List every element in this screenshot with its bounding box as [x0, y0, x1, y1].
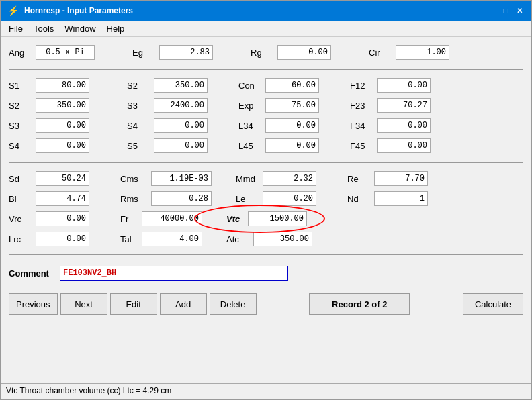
vtc-label: Vtc: [226, 214, 248, 224]
l34-label: L34: [238, 121, 260, 131]
next-button[interactable]: Next: [60, 293, 107, 315]
s3-label: S3: [9, 121, 30, 131]
s4-input[interactable]: [36, 138, 89, 153]
cms-input[interactable]: [151, 171, 212, 186]
vrc-label: Vrc: [9, 214, 30, 224]
s3-input[interactable]: [36, 118, 89, 133]
tal-input[interactable]: [142, 232, 202, 246]
f34-input[interactable]: [377, 118, 431, 133]
nd-label: Nd: [347, 194, 369, 204]
minimize-button[interactable]: ─: [487, 5, 498, 16]
maximize-button[interactable]: □: [500, 5, 511, 16]
atc-label: Atc: [226, 234, 248, 244]
re-input[interactable]: [374, 171, 428, 186]
exp-input[interactable]: [265, 98, 319, 113]
s1-input[interactable]: [36, 78, 89, 93]
con-label: Con: [238, 81, 260, 91]
mmd-input[interactable]: [263, 171, 316, 186]
eg-label: Eg: [132, 48, 154, 58]
fr-input[interactable]: [142, 211, 202, 226]
s4r-label: S4: [127, 121, 148, 131]
title-bar-left: ⚡ Hornresp - Input Parameters: [7, 5, 133, 16]
ang-label: Ang: [9, 48, 30, 58]
f23-label: F23: [350, 101, 371, 111]
nd-input[interactable]: [374, 191, 428, 206]
s5r-label: S5: [127, 141, 148, 151]
l34-input[interactable]: [265, 118, 319, 133]
row-lrc: Lrc Tal Atc: [9, 232, 523, 246]
rms-input[interactable]: [151, 191, 212, 206]
s4-label: S4: [9, 141, 30, 151]
f45-input[interactable]: [377, 138, 431, 153]
menu-window[interactable]: Window: [59, 22, 101, 35]
s2-label: S2: [9, 101, 30, 111]
lrc-input[interactable]: [36, 232, 89, 246]
s2-input[interactable]: [36, 98, 89, 113]
status-bar: Vtc Throat chamber volume (cc) Ltc = 4.2…: [1, 383, 531, 399]
row-s1: S1 S2 Con F12: [9, 78, 523, 93]
cms-label: Cms: [120, 174, 146, 184]
lrc-label: Lrc: [9, 234, 30, 244]
delete-button[interactable]: Delete: [210, 293, 257, 315]
sd-input[interactable]: [36, 171, 89, 186]
previous-button[interactable]: Previous: [9, 293, 58, 315]
exp-label: Exp: [238, 101, 260, 111]
con-input[interactable]: [265, 78, 319, 93]
bl-input[interactable]: [36, 191, 89, 206]
row-sd: Sd Cms Mmd Re: [9, 171, 523, 186]
le-input[interactable]: [263, 191, 316, 206]
f23-input[interactable]: [377, 98, 431, 113]
row-s2: S2 S3 Exp F23: [9, 98, 523, 113]
title-bar: ⚡ Hornresp - Input Parameters ─ □ ✕: [1, 1, 531, 21]
tal-label: Tal: [120, 234, 136, 244]
rms-label: Rms: [120, 194, 146, 204]
s3r-input[interactable]: [154, 98, 208, 113]
status-text: Vtc Throat chamber volume (cc) Ltc = 4.2…: [6, 386, 171, 395]
rg-input[interactable]: [277, 45, 331, 60]
s4r-input[interactable]: [154, 118, 208, 133]
row-bl: Bl Rms Le Nd: [9, 191, 523, 206]
row-s3: S3 S4 L34 F34: [9, 118, 523, 133]
window-title: Hornresp - Input Parameters: [24, 6, 133, 15]
le-label: Le: [236, 194, 257, 204]
atc-input[interactable]: [253, 232, 312, 246]
vtc-input[interactable]: [248, 211, 307, 226]
edit-button[interactable]: Edit: [110, 293, 157, 315]
menu-bar: File Tools Window Help: [1, 21, 531, 37]
title-bar-controls: ─ □ ✕: [487, 5, 525, 16]
row-ang: Ang Eg Rg Cir: [9, 45, 523, 60]
record-button[interactable]: Record 2 of 2: [309, 293, 410, 315]
s2r-label: S2: [127, 81, 148, 91]
f34-label: F34: [350, 121, 371, 131]
l45-label: L45: [238, 141, 260, 151]
calculate-button[interactable]: Calculate: [463, 293, 523, 315]
cir-input[interactable]: [396, 45, 449, 60]
re-label: Re: [347, 174, 369, 184]
comment-label: Comment: [9, 268, 54, 279]
content-area: Ang Eg Rg Cir S1 S2 Con F12: [1, 37, 531, 383]
main-window: ⚡ Hornresp - Input Parameters ─ □ ✕ File…: [0, 0, 532, 400]
row-vrc: Vrc Fr Vtc: [9, 211, 523, 226]
close-button[interactable]: ✕: [514, 5, 525, 16]
menu-file[interactable]: File: [3, 22, 28, 35]
comment-row: Comment: [9, 266, 523, 281]
rg-label: Rg: [251, 48, 272, 58]
s1-label: S1: [9, 81, 30, 91]
s2r-input[interactable]: [154, 78, 208, 93]
menu-help[interactable]: Help: [101, 22, 130, 35]
button-row: Previous Next Edit Add Delete Record 2 o…: [9, 289, 523, 315]
add-button[interactable]: Add: [160, 293, 207, 315]
l45-input[interactable]: [265, 138, 319, 153]
mmd-label: Mmd: [236, 174, 257, 184]
s5r-input[interactable]: [154, 138, 208, 153]
f45-label: F45: [350, 141, 371, 151]
eg-input[interactable]: [159, 45, 213, 60]
fr-label: Fr: [120, 214, 136, 224]
s3r-label: S3: [127, 101, 148, 111]
row-s4: S4 S5 L45 F45: [9, 138, 523, 153]
comment-input[interactable]: [60, 266, 288, 281]
vrc-input[interactable]: [36, 211, 89, 226]
f12-input[interactable]: [377, 78, 431, 93]
ang-input[interactable]: [36, 45, 95, 60]
menu-tools[interactable]: Tools: [28, 22, 59, 35]
